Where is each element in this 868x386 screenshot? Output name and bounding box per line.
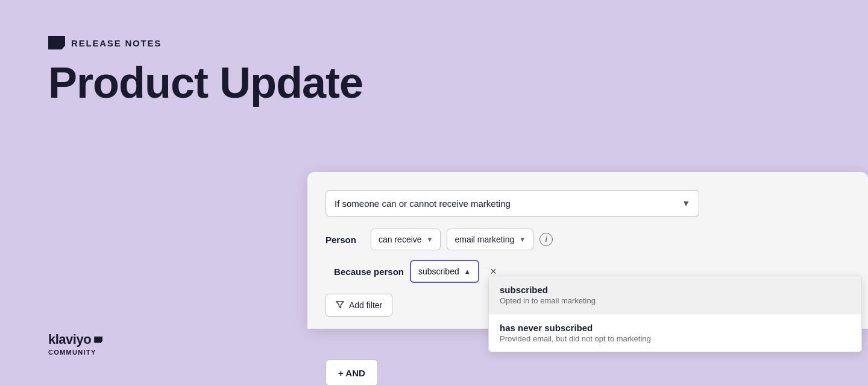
option-never-subscribed-subtitle: Provided email, but did not opt to marke… <box>500 334 851 343</box>
main-dropdown-row: If someone can or cannot receive marketi… <box>326 190 850 217</box>
main-condition-dropdown[interactable]: If someone can or cannot receive marketi… <box>326 190 699 217</box>
option-subscribed-subtitle: Opted in to email marketing <box>500 296 851 305</box>
release-notes-badge: RELEASE NOTES <box>48 36 363 49</box>
release-notes-label: RELEASE NOTES <box>71 38 162 48</box>
and-label: + AND <box>338 368 365 378</box>
email-marketing-chevron-icon: ▼ <box>519 236 526 243</box>
klaviyo-flag-icon <box>94 337 102 343</box>
person-label: Person <box>326 235 365 245</box>
add-filter-button[interactable]: Add filter <box>326 294 392 317</box>
person-condition-row: Person can receive ▼ email marketing ▼ i <box>326 229 850 250</box>
dropdown-option-never-subscribed[interactable]: has never subscribed Provided email, but… <box>489 314 861 352</box>
subscribed-dropdown[interactable]: subscribed ▲ <box>410 260 479 283</box>
dropdown-option-subscribed[interactable]: subscribed Opted in to email marketing <box>489 276 861 314</box>
bottom-logo: klaviyo COMMUNITY <box>48 332 102 356</box>
and-section: + AND <box>307 359 396 386</box>
community-label: COMMUNITY <box>48 349 96 356</box>
and-button[interactable]: + AND <box>326 359 378 386</box>
filter-icon <box>336 300 344 311</box>
page-background: RELEASE NOTES Product Update klaviyo COM… <box>0 0 868 386</box>
klaviyo-wordmark-text: klaviyo <box>48 332 91 347</box>
klaviyo-wordmark: klaviyo <box>48 332 102 347</box>
header-section: RELEASE NOTES Product Update <box>48 36 363 106</box>
can-receive-value: can receive <box>379 235 422 244</box>
can-receive-dropdown[interactable]: can receive ▼ <box>371 229 441 250</box>
subscribed-value: subscribed <box>418 267 459 276</box>
info-icon[interactable]: i <box>539 233 553 246</box>
add-filter-label: Add filter <box>349 300 382 310</box>
page-title: Product Update <box>48 60 363 106</box>
subscribed-chevron-icon: ▲ <box>464 268 471 275</box>
ui-panel: If someone can or cannot receive marketi… <box>307 172 868 329</box>
email-marketing-dropdown[interactable]: email marketing ▼ <box>447 229 533 250</box>
main-dropdown-value: If someone can or cannot receive marketi… <box>335 198 511 209</box>
because-person-label: Because person <box>326 267 404 277</box>
main-dropdown-chevron-icon: ▼ <box>682 198 690 208</box>
option-never-subscribed-title: has never subscribed <box>500 323 851 333</box>
subscribed-dropdown-menu: subscribed Opted in to email marketing h… <box>488 276 862 352</box>
option-subscribed-title: subscribed <box>500 285 851 295</box>
email-marketing-value: email marketing <box>454 235 514 244</box>
can-receive-chevron-icon: ▼ <box>427 236 433 243</box>
klaviyo-logo-mark-icon <box>48 36 65 49</box>
